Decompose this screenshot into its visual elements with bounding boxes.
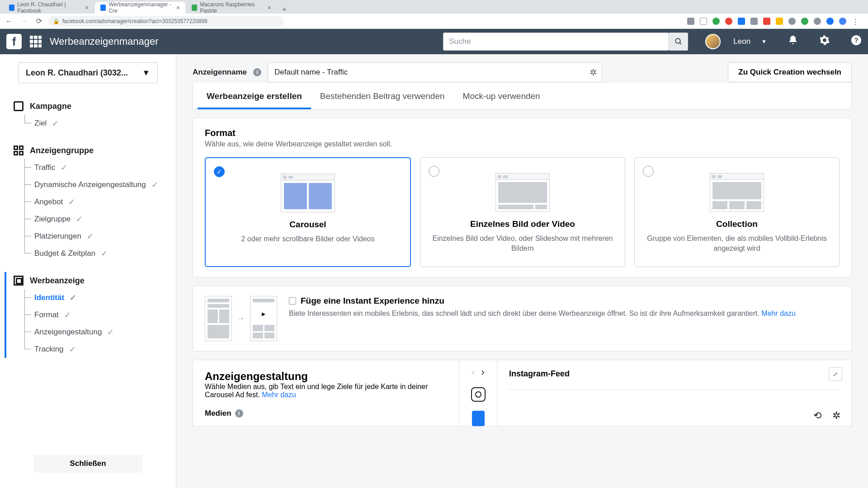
nav-heading[interactable]: Anzeigengruppe	[11, 142, 171, 159]
next-arrow-icon[interactable]: ›	[481, 366, 485, 378]
nav-item-traffic[interactable]: Traffic✓	[24, 159, 171, 176]
nav-heading[interactable]: Werbeanzeige	[11, 272, 171, 289]
nav-item-tracking[interactable]: Tracking✓	[24, 341, 171, 358]
instant-exp-illustration: → ▸	[205, 296, 277, 341]
browser-tab-active[interactable]: Werbeanzeigenmanager - Cre ×	[95, 2, 185, 14]
format-option-title: Einzelnes Bild oder Video	[431, 219, 614, 229]
tab-create-ad[interactable]: Werbeanzeige erstellen	[198, 83, 311, 109]
extension-icon[interactable]	[725, 18, 732, 25]
prev-arrow-icon[interactable]: ‹	[472, 366, 475, 378]
menu-icon[interactable]: ⋮	[852, 18, 859, 25]
forward-icon[interactable]: →	[19, 15, 30, 27]
notifications-icon[interactable]	[788, 35, 798, 48]
browser-tab[interactable]: Leon R. Chaudhari | Facebook ×	[4, 2, 94, 14]
nav-item-format[interactable]: Format✓	[24, 306, 171, 324]
radio-icon	[429, 166, 439, 177]
avatar-icon[interactable]	[839, 18, 846, 25]
check-icon: ✓	[64, 310, 71, 320]
ad-name-value: Default name - Traffic	[274, 68, 348, 77]
extension-icon[interactable]	[763, 18, 770, 25]
facebook-logo-icon[interactable]: f	[6, 34, 22, 49]
ad-name-label: Anzeigenname	[193, 68, 247, 77]
carousel-preview-icon	[281, 174, 335, 212]
back-icon[interactable]: ←	[4, 15, 14, 27]
nav-item-label: Budget & Zeitplan	[34, 249, 95, 258]
learn-more-link[interactable]: Mehr dazu	[262, 391, 296, 399]
extension-icon[interactable]	[814, 18, 821, 25]
refresh-icon[interactable]: ⟲	[813, 410, 821, 422]
ad-name-input[interactable]: Default name - Traffic ✲	[268, 62, 602, 82]
account-selector[interactable]: Leon R. Chaudhari (3032... ▼	[18, 62, 158, 83]
chevron-down-icon[interactable]: ▼	[761, 38, 767, 45]
mobile-icon[interactable]	[472, 411, 485, 426]
url-input[interactable]: 🔒 facebook.com/adsmanager/creation?act=3…	[48, 16, 283, 27]
nav-item-ziel[interactable]: Ziel ✓	[24, 115, 171, 132]
check-icon: ✓	[68, 197, 75, 207]
search-button[interactable]	[669, 33, 688, 51]
preview-title: Instagram-Feed	[509, 369, 840, 379]
nav-item-zielgruppe[interactable]: Zielgruppe✓	[24, 211, 171, 228]
nav-item-identitaet[interactable]: Identität✓	[24, 289, 171, 306]
nav-heading[interactable]: Kampagne	[11, 98, 171, 115]
close-button[interactable]: Schließen	[34, 455, 142, 473]
app-header: f Werbeanzeigenmanager Suche Leon ▼ ?	[0, 29, 868, 54]
extension-icon[interactable]	[712, 18, 720, 25]
nav-item-gestaltung[interactable]: Anzeigengestaltung✓	[24, 324, 171, 341]
tab-existing-post[interactable]: Bestehenden Beitrag verwenden	[311, 83, 454, 109]
campaign-icon	[14, 101, 24, 111]
gear-icon[interactable]: ✲	[590, 67, 597, 78]
design-panel: Anzeigengestaltung Wähle Medien aus, gib…	[193, 360, 459, 427]
app-switcher-icon[interactable]	[30, 36, 42, 47]
close-icon[interactable]: ×	[85, 4, 89, 11]
search-input[interactable]: Suche	[443, 33, 669, 51]
close-icon[interactable]: ×	[176, 4, 180, 11]
left-sidebar: Leon R. Chaudhari (3032... ▼ Kampagne Zi…	[0, 54, 176, 488]
single-preview-icon	[495, 173, 550, 212]
nav-item-label: Ziel	[34, 119, 47, 128]
help-icon[interactable]: ?	[851, 35, 862, 48]
nav-item-label: Format	[34, 310, 59, 319]
instagram-icon[interactable]	[471, 387, 486, 402]
browser-address-bar: ← → ⟳ 🔒 facebook.com/adsmanager/creation…	[0, 14, 868, 29]
extension-icon[interactable]	[776, 18, 783, 25]
new-tab-button[interactable]: +	[278, 5, 291, 14]
instant-exp-checkbox[interactable]	[289, 297, 296, 305]
close-icon[interactable]: ×	[268, 4, 271, 11]
nav-item-label: Dynamische Anzeigengestaltung	[34, 180, 146, 189]
format-option-single[interactable]: Einzelnes Bild oder Video Einzelnes Bild…	[420, 157, 625, 267]
extension-icon[interactable]	[738, 18, 745, 25]
ad-tabs: Werbeanzeige erstellen Bestehenden Beitr…	[193, 83, 852, 109]
nav-section-anzeigengruppe: Anzeigengruppe Traffic✓ Dynamische Anzei…	[5, 142, 171, 262]
user-avatar[interactable]	[705, 34, 721, 49]
instant-exp-desc: Biete Interessenten ein mobiles Erlebnis…	[289, 309, 796, 319]
extension-icon[interactable]	[826, 18, 834, 25]
tab-label: Leon R. Chaudhari | Facebook	[17, 1, 82, 14]
learn-more-link[interactable]: Mehr dazu	[761, 310, 796, 317]
extension-icon[interactable]	[750, 18, 758, 25]
format-option-collection[interactable]: Collection Gruppe von Elementen, die als…	[634, 157, 840, 267]
check-icon: ✓	[107, 327, 114, 337]
format-title: Format	[205, 128, 840, 138]
quick-creation-button[interactable]: Zu Quick Creation wechseln	[728, 62, 852, 82]
nav-item-dynamic[interactable]: Dynamische Anzeigengestaltung✓	[24, 176, 171, 193]
extension-icon[interactable]	[788, 18, 796, 25]
info-icon[interactable]: i	[253, 68, 261, 76]
gear-icon[interactable]	[819, 35, 830, 48]
nav-item-budget[interactable]: Budget & Zeitplan✓	[24, 245, 171, 262]
info-icon[interactable]: i	[235, 409, 243, 418]
design-row: Anzeigengestaltung Wähle Medien aus, gib…	[193, 352, 852, 427]
user-name[interactable]: Leon	[729, 37, 753, 46]
browser-tab[interactable]: Macarons Raspberries Pastrie ×	[186, 2, 277, 14]
bug-icon[interactable]: ✲	[832, 410, 840, 422]
format-option-carousel[interactable]: ✓ Carousel 2 oder mehr scrollbare Bilder…	[205, 157, 411, 267]
svg-point-0	[675, 38, 680, 43]
extension-icon[interactable]	[687, 18, 694, 25]
extension-icon[interactable]	[700, 18, 707, 25]
expand-icon[interactable]: ⤢	[829, 367, 842, 381]
nav-item-angebot[interactable]: Angebot✓	[24, 193, 171, 211]
reload-icon[interactable]: ⟳	[34, 15, 44, 27]
extension-icon[interactable]	[801, 18, 808, 25]
tab-mockup[interactable]: Mock-up verwenden	[454, 83, 549, 109]
design-title: Anzeigengestaltung	[205, 370, 447, 383]
nav-item-platzierungen[interactable]: Platzierungen✓	[24, 228, 171, 245]
